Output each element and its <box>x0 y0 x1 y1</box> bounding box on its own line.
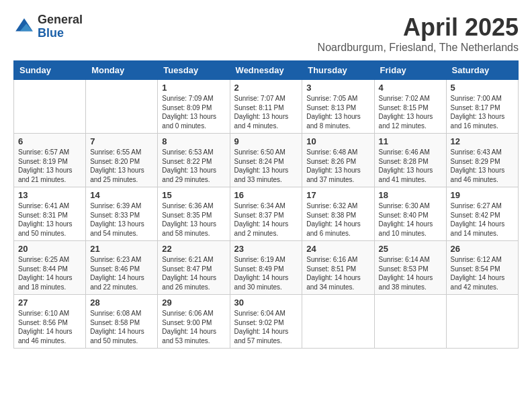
calendar-cell: 22Sunrise: 6:21 AMSunset: 8:47 PMDayligh… <box>158 241 230 295</box>
day-number: 30 <box>234 298 298 308</box>
week-row-3: 13Sunrise: 6:41 AMSunset: 8:31 PMDayligh… <box>14 187 519 241</box>
day-content: Sunrise: 7:05 AMSunset: 8:13 PMDaylight:… <box>306 94 369 130</box>
day-number: 27 <box>18 298 81 308</box>
day-content: Sunrise: 6:50 AMSunset: 8:24 PMDaylight:… <box>234 148 298 184</box>
day-number: 24 <box>306 244 369 254</box>
day-number: 29 <box>162 298 225 308</box>
calendar-cell: 30Sunrise: 6:04 AMSunset: 9:02 PMDayligh… <box>230 295 302 349</box>
day-content: Sunrise: 6:55 AMSunset: 8:20 PMDaylight:… <box>90 148 153 184</box>
calendar-cell: 3Sunrise: 7:05 AMSunset: 8:13 PMDaylight… <box>302 80 374 134</box>
day-number: 16 <box>234 190 298 200</box>
day-number: 25 <box>379 244 442 254</box>
calendar-cell: 27Sunrise: 6:10 AMSunset: 8:56 PMDayligh… <box>14 295 86 349</box>
logo-text: General Blue <box>38 13 83 40</box>
day-number: 26 <box>451 244 514 254</box>
calendar-cell: 10Sunrise: 6:48 AMSunset: 8:26 PMDayligh… <box>302 134 374 187</box>
calendar-cell: 2Sunrise: 7:07 AMSunset: 8:11 PMDaylight… <box>230 80 302 134</box>
weekday-header-wednesday: Wednesday <box>230 61 302 80</box>
calendar-cell: 9Sunrise: 6:50 AMSunset: 8:24 PMDaylight… <box>230 134 302 187</box>
day-number: 1 <box>162 83 225 93</box>
day-number: 6 <box>18 136 81 146</box>
calendar-cell: 14Sunrise: 6:39 AMSunset: 8:33 PMDayligh… <box>86 187 158 241</box>
calendar-cell: 26Sunrise: 6:12 AMSunset: 8:54 PMDayligh… <box>446 241 518 295</box>
day-number: 22 <box>162 244 225 254</box>
day-content: Sunrise: 7:09 AMSunset: 8:09 PMDaylight:… <box>162 94 225 130</box>
day-number: 8 <box>162 136 225 146</box>
day-content: Sunrise: 6:53 AMSunset: 8:22 PMDaylight:… <box>162 148 225 184</box>
page-header: General Blue April 2025 Noardburgum, Fri… <box>13 13 519 54</box>
calendar-cell: 7Sunrise: 6:55 AMSunset: 8:20 PMDaylight… <box>86 134 158 187</box>
weekday-header-friday: Friday <box>374 61 446 80</box>
calendar-cell <box>446 295 518 349</box>
calendar-cell: 16Sunrise: 6:34 AMSunset: 8:37 PMDayligh… <box>230 187 302 241</box>
day-number: 2 <box>234 83 298 93</box>
weekday-header-tuesday: Tuesday <box>158 61 230 80</box>
calendar-cell: 24Sunrise: 6:16 AMSunset: 8:51 PMDayligh… <box>302 241 374 295</box>
day-content: Sunrise: 6:19 AMSunset: 8:49 PMDaylight:… <box>234 255 298 291</box>
day-content: Sunrise: 6:16 AMSunset: 8:51 PMDaylight:… <box>306 255 369 291</box>
calendar-cell: 21Sunrise: 6:23 AMSunset: 8:46 PMDayligh… <box>86 241 158 295</box>
calendar-cell: 23Sunrise: 6:19 AMSunset: 8:49 PMDayligh… <box>230 241 302 295</box>
day-content: Sunrise: 6:12 AMSunset: 8:54 PMDaylight:… <box>451 255 514 291</box>
day-number: 10 <box>306 136 369 146</box>
day-content: Sunrise: 6:27 AMSunset: 8:42 PMDaylight:… <box>451 201 514 238</box>
calendar-cell: 17Sunrise: 6:32 AMSunset: 8:38 PMDayligh… <box>302 187 374 241</box>
day-content: Sunrise: 6:08 AMSunset: 8:58 PMDaylight:… <box>90 309 153 345</box>
day-content: Sunrise: 6:06 AMSunset: 9:00 PMDaylight:… <box>162 309 225 345</box>
weekday-header-saturday: Saturday <box>446 61 518 80</box>
calendar-cell: 20Sunrise: 6:25 AMSunset: 8:44 PMDayligh… <box>14 241 86 295</box>
calendar-table: SundayMondayTuesdayWednesdayThursdayFrid… <box>13 60 519 349</box>
weekday-header-sunday: Sunday <box>14 61 86 80</box>
week-row-5: 27Sunrise: 6:10 AMSunset: 8:56 PMDayligh… <box>14 295 519 349</box>
day-content: Sunrise: 6:25 AMSunset: 8:44 PMDaylight:… <box>18 255 81 291</box>
day-number: 11 <box>379 136 442 146</box>
day-content: Sunrise: 7:02 AMSunset: 8:15 PMDaylight:… <box>379 94 442 130</box>
calendar-cell <box>374 295 446 349</box>
calendar-cell: 5Sunrise: 7:00 AMSunset: 8:17 PMDaylight… <box>446 80 518 134</box>
logo-icon <box>13 16 35 38</box>
calendar-cell: 4Sunrise: 7:02 AMSunset: 8:15 PMDaylight… <box>374 80 446 134</box>
calendar-cell <box>302 295 374 349</box>
day-content: Sunrise: 6:57 AMSunset: 8:19 PMDaylight:… <box>18 148 81 184</box>
title-block: April 2025 Noardburgum, Friesland, The N… <box>318 13 519 54</box>
day-number: 18 <box>379 190 442 200</box>
calendar-cell: 29Sunrise: 6:06 AMSunset: 9:00 PMDayligh… <box>158 295 230 349</box>
week-row-4: 20Sunrise: 6:25 AMSunset: 8:44 PMDayligh… <box>14 241 519 295</box>
calendar-cell: 12Sunrise: 6:43 AMSunset: 8:29 PMDayligh… <box>446 134 518 187</box>
calendar-cell: 25Sunrise: 6:14 AMSunset: 8:53 PMDayligh… <box>374 241 446 295</box>
week-row-1: 1Sunrise: 7:09 AMSunset: 8:09 PMDaylight… <box>14 80 519 134</box>
day-content: Sunrise: 7:07 AMSunset: 8:11 PMDaylight:… <box>234 94 298 130</box>
day-number: 15 <box>162 190 225 200</box>
day-number: 20 <box>18 244 81 254</box>
day-content: Sunrise: 6:21 AMSunset: 8:47 PMDaylight:… <box>162 255 225 291</box>
calendar-cell: 6Sunrise: 6:57 AMSunset: 8:19 PMDaylight… <box>14 134 86 187</box>
day-number: 9 <box>234 136 298 146</box>
weekday-header-row: SundayMondayTuesdayWednesdayThursdayFrid… <box>14 61 519 80</box>
day-content: Sunrise: 6:30 AMSunset: 8:40 PMDaylight:… <box>379 201 442 238</box>
day-number: 7 <box>90 136 153 146</box>
day-content: Sunrise: 6:04 AMSunset: 9:02 PMDaylight:… <box>234 309 298 345</box>
day-content: Sunrise: 6:46 AMSunset: 8:28 PMDaylight:… <box>379 148 442 184</box>
day-content: Sunrise: 6:10 AMSunset: 8:56 PMDaylight:… <box>18 309 81 345</box>
weekday-header-thursday: Thursday <box>302 61 374 80</box>
day-number: 12 <box>451 136 514 146</box>
day-number: 17 <box>306 190 369 200</box>
calendar-cell: 1Sunrise: 7:09 AMSunset: 8:09 PMDaylight… <box>158 80 230 134</box>
day-number: 5 <box>451 83 514 93</box>
logo-general-text: General <box>38 13 83 27</box>
calendar-cell: 28Sunrise: 6:08 AMSunset: 8:58 PMDayligh… <box>86 295 158 349</box>
calendar-cell: 15Sunrise: 6:36 AMSunset: 8:35 PMDayligh… <box>158 187 230 241</box>
day-content: Sunrise: 6:48 AMSunset: 8:26 PMDaylight:… <box>306 148 369 184</box>
calendar-cell: 11Sunrise: 6:46 AMSunset: 8:28 PMDayligh… <box>374 134 446 187</box>
day-content: Sunrise: 6:41 AMSunset: 8:31 PMDaylight:… <box>18 201 81 238</box>
calendar-cell <box>14 80 86 134</box>
day-number: 28 <box>90 298 153 308</box>
day-content: Sunrise: 6:39 AMSunset: 8:33 PMDaylight:… <box>90 201 153 238</box>
day-number: 3 <box>306 83 369 93</box>
day-content: Sunrise: 6:32 AMSunset: 8:38 PMDaylight:… <box>306 201 369 238</box>
day-content: Sunrise: 6:34 AMSunset: 8:37 PMDaylight:… <box>234 201 298 238</box>
day-number: 13 <box>18 190 81 200</box>
calendar-cell: 18Sunrise: 6:30 AMSunset: 8:40 PMDayligh… <box>374 187 446 241</box>
day-content: Sunrise: 6:36 AMSunset: 8:35 PMDaylight:… <box>162 201 225 238</box>
calendar-cell: 8Sunrise: 6:53 AMSunset: 8:22 PMDaylight… <box>158 134 230 187</box>
